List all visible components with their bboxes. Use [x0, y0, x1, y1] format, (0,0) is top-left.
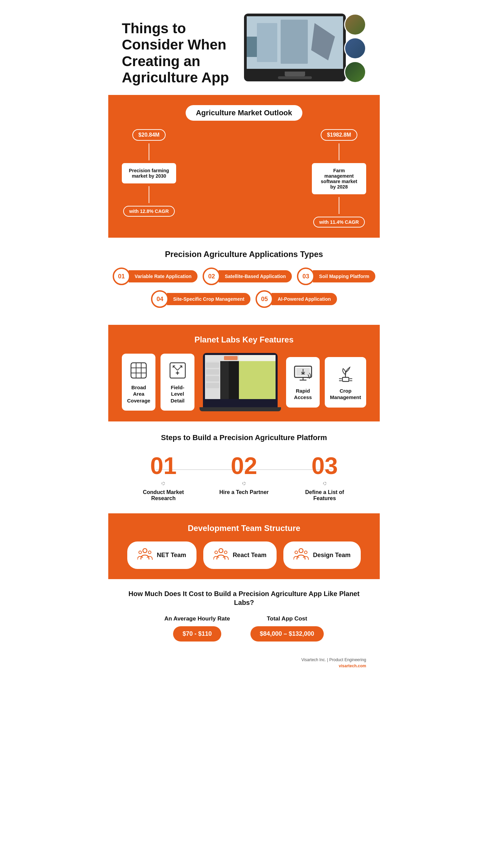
design-team-icon	[294, 548, 309, 563]
app-type-3: 04 Site-Specific Crop Management	[151, 290, 250, 308]
app-type-4: 05 AI-Powered Application	[256, 290, 337, 308]
footer-company: Visartech Inc. | Product Engineering vis…	[122, 657, 366, 669]
svg-point-46	[299, 549, 303, 553]
market-connector-left2	[149, 186, 149, 203]
monitor-graphic	[244, 14, 346, 81]
app-type-1: 02 Satellite-Based Application	[203, 268, 292, 285]
monitor-screen	[247, 16, 343, 69]
steps-row: 01 Conduct Market Research 02 Hire a Tec…	[122, 454, 366, 501]
svg-rect-21	[224, 356, 238, 360]
step-2: 03 Define a List of Features	[298, 454, 352, 501]
svg-rect-20	[206, 356, 223, 360]
svg-rect-2	[281, 20, 308, 64]
step-num-1: 02	[231, 454, 257, 478]
market-left-col: $20.84M Precision farming market by 2030…	[122, 129, 176, 217]
laptop-screen-svg	[205, 355, 276, 399]
design-team-label: Design Team	[313, 552, 351, 559]
expand-icon	[168, 361, 187, 380]
step-num-0: 01	[150, 454, 176, 478]
app-types-title: Precision Agriculture Applications Types	[122, 250, 366, 259]
net-team-label: NET Team	[157, 552, 186, 559]
step-0: 01 Conduct Market Research	[136, 454, 190, 501]
devteam-section: Development Team Structure NET Team	[108, 513, 380, 579]
monitor-download-icon	[293, 364, 313, 383]
app-type-num-2: 03	[297, 268, 315, 285]
steps-section: Steps to Build a Precision Agriculture P…	[108, 421, 380, 513]
market-right-col: $1982.8M Farm management software market…	[312, 129, 366, 228]
map-svg	[247, 16, 343, 69]
field-level-label: Field-Level Detail	[166, 384, 189, 404]
svg-point-48	[304, 551, 307, 554]
svg-point-47	[295, 551, 298, 554]
devteam-title: Development Team Structure	[122, 524, 366, 533]
hero-title: Things to Consider When Creating an Agri…	[122, 20, 244, 86]
sat-circle-mid	[344, 37, 366, 59]
app-type-label-4: AI-Powered Application	[271, 293, 337, 305]
hero-image	[244, 14, 366, 88]
footer-website[interactable]: visartech.com	[339, 664, 366, 668]
laptop-body	[203, 353, 278, 407]
svg-rect-1	[257, 23, 277, 62]
svg-line-12	[177, 366, 182, 370]
team-people-icon-2	[213, 548, 229, 563]
app-type-num-0: 01	[113, 268, 130, 285]
svg-rect-4	[247, 37, 257, 57]
cost-total-value: $84,000 – $132,000	[250, 626, 324, 642]
app-type-label-2: Soil Mapping Platform	[313, 270, 375, 282]
react-team-icon	[213, 548, 229, 563]
market-right-box: Farm management software market by 2028	[312, 163, 366, 194]
grid-icon	[129, 361, 148, 380]
rapid-access-label: Rapid Access	[291, 388, 315, 401]
devteam-cards: NET Team React Team	[122, 541, 366, 569]
svg-rect-25	[206, 376, 219, 381]
app-type-num-3: 04	[151, 290, 169, 308]
app-type-num-1: 02	[203, 268, 220, 285]
market-connector-right	[339, 143, 339, 160]
app-type-2: 03 Soil Mapping Platform	[297, 268, 375, 285]
planet-cards: Broad Area Coverage Field-Level Detail	[122, 353, 366, 411]
cost-title: How Much Does It Cost to Build a Precisi…	[122, 589, 366, 607]
app-types-row-1: 01 Variable Rate Application 02 Satellit…	[122, 268, 366, 285]
broad-area-label: Broad Area Coverage	[127, 384, 150, 404]
devteam-design: Design Team	[283, 541, 361, 569]
step-num-2: 03	[312, 454, 338, 478]
planet-card-rapid-access: Rapid Access	[286, 357, 320, 408]
footer: Visartech Inc. | Product Engineering vis…	[108, 652, 380, 676]
field-level-icon	[167, 360, 188, 381]
app-types-row-2: 04 Site-Specific Crop Management 05 AI-P…	[122, 290, 366, 308]
team-people-icon-3	[294, 548, 309, 563]
react-team-label: React Team	[233, 552, 267, 559]
market-left-box: Precision farming market by 2030	[122, 163, 176, 183]
cost-hourly-value: $70 - $110	[173, 626, 221, 642]
svg-rect-24	[206, 369, 219, 375]
svg-point-42	[148, 551, 151, 554]
market-grid: $20.84M Precision farming market by 2030…	[122, 129, 366, 228]
app-type-label-1: Satellite-Based Application	[219, 270, 292, 282]
svg-point-43	[219, 549, 223, 553]
app-type-num-4: 05	[256, 290, 273, 308]
step-dot-0	[162, 482, 165, 485]
monitor-base	[278, 76, 312, 79]
planet-section: Planet Labs Key Features Broad Area Cove…	[108, 325, 380, 421]
app-type-label-0: Variable Rate Application	[129, 270, 198, 282]
satellite-circles	[344, 14, 366, 83]
planet-title: Planet Labs Key Features	[122, 335, 366, 344]
cost-total-col: Total App Cost $84,000 – $132,000	[250, 615, 324, 642]
cost-hourly-col: An Average Hourly Rate $70 - $110	[164, 615, 230, 642]
planet-card-field-level: Field-Level Detail	[161, 354, 194, 411]
crop-management-icon	[335, 364, 356, 384]
planet-card-crop-mgmt: Crop Management	[325, 357, 366, 408]
step-1: 02 Hire a Tech Partner	[219, 454, 269, 495]
cost-section: How Much Does It Cost to Build a Precisi…	[108, 579, 380, 652]
market-connector-right2	[339, 197, 339, 214]
svg-rect-5	[131, 363, 146, 378]
app-type-0: 01 Variable Rate Application	[113, 268, 198, 285]
crop-mgmt-label: Crop Management	[330, 388, 361, 401]
laptop-base	[200, 407, 281, 411]
cost-total-label: Total App Cost	[267, 615, 307, 622]
step-label-2: Define a List of Features	[298, 489, 352, 501]
hero-section: Things to Consider When Creating an Agri…	[108, 0, 380, 95]
market-left-cagr: with 12.8% CAGR	[123, 206, 175, 217]
market-left-badge: $20.84M	[132, 129, 166, 141]
steps-title: Steps to Build a Precision Agriculture P…	[122, 433, 366, 442]
